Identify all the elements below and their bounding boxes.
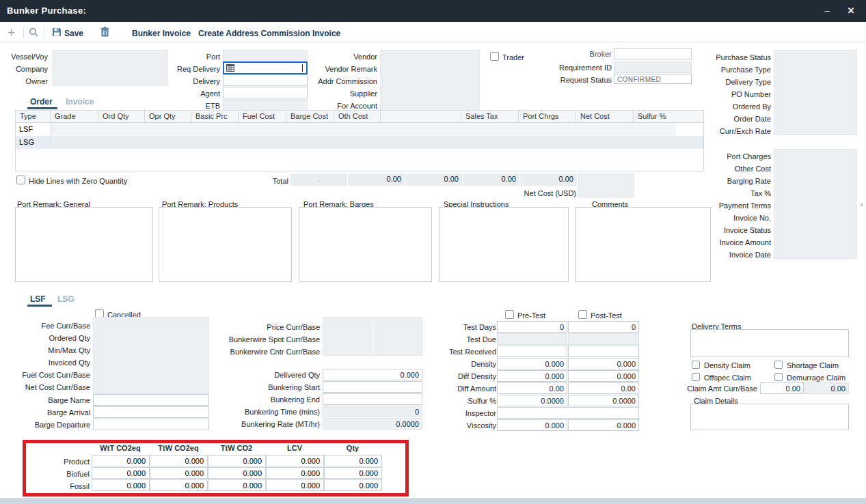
offspec-claim-checkbox[interactable]	[692, 373, 700, 381]
claim-amt-curr-field[interactable]: 0.00	[760, 382, 804, 394]
col-barge-cost[interactable]: Barge Cost	[286, 111, 334, 122]
vendor-group-field	[380, 50, 480, 111]
density-claim-checkbox[interactable]	[692, 361, 700, 369]
sulfur-post-field[interactable]: 0.0000	[568, 395, 639, 406]
sulfur-pre-field[interactable]: 0.0000	[497, 395, 567, 406]
test-days-post-field[interactable]: 0	[568, 321, 639, 333]
delivery-terms-textarea[interactable]	[690, 329, 849, 357]
claim-details-textarea[interactable]	[690, 404, 849, 430]
test-days-pre-field[interactable]: 0	[497, 321, 567, 333]
invoice-amount-label: Invoice Amount	[675, 238, 771, 247]
grid-row-lsg-type[interactable]: LSG	[16, 136, 51, 149]
col-ord-qty[interactable]: Ord Qty	[98, 111, 145, 122]
test-due-pre-field	[497, 333, 567, 345]
co2-product-ttw[interactable]: 0.000	[208, 455, 266, 466]
col-sales-tax[interactable]: Sales Tax	[461, 111, 519, 122]
co2-fossil-qty[interactable]: 0.000	[324, 479, 382, 491]
search-icon[interactable]	[29, 27, 39, 40]
cost-panel-field	[774, 149, 857, 259]
col-net-cost[interactable]: Net Cost	[576, 111, 634, 122]
toolbar-divider	[23, 27, 24, 38]
supplier-label: Supplier	[295, 89, 377, 98]
co2-biofuel-wtt[interactable]: 0.000	[92, 467, 150, 479]
co2-row-fossil-label: Fossil	[35, 481, 90, 491]
test-received-post-field[interactable]	[568, 346, 639, 357]
tab-order[interactable]: Order	[30, 97, 53, 107]
port-remark-general-textarea[interactable]	[15, 207, 153, 282]
net-cost-usd-field	[578, 173, 634, 197]
create-commission-invoice-button[interactable]: Create Address Commission Invoice	[198, 29, 340, 38]
grid-row-lsf-type[interactable]: LSF	[16, 123, 51, 136]
calendar-icon[interactable]	[226, 64, 234, 74]
save-button[interactable]: Save	[64, 29, 83, 38]
viscosity-pre-field[interactable]: 0.000	[497, 419, 567, 431]
test-received-pre-field[interactable]	[497, 346, 567, 357]
trader-checkbox-label: Trader	[502, 53, 524, 62]
req-delivery-label: Req Delivery	[152, 64, 220, 74]
co2-biofuel-ttweq[interactable]: 0.000	[150, 467, 208, 479]
broker-field[interactable]	[614, 48, 692, 59]
tab-lsg[interactable]: LSG	[57, 294, 75, 304]
diff-density-pre-field[interactable]: 0.000	[497, 370, 567, 382]
minimize-button[interactable]: –	[819, 3, 835, 18]
co2-biofuel-ttw[interactable]: 0.000	[208, 467, 266, 479]
diff-density-post-field[interactable]: 0.000	[568, 370, 639, 382]
trash-icon[interactable]	[100, 27, 109, 40]
co2-fossil-lcv[interactable]: 0.000	[266, 479, 324, 491]
close-button[interactable]: ✕	[843, 3, 859, 18]
trader-checkbox[interactable]	[490, 52, 499, 61]
add-icon[interactable]: +	[8, 25, 15, 40]
test-due-post-field	[568, 333, 639, 345]
co2-product-lcv[interactable]: 0.000	[266, 455, 324, 466]
col-basic-prc[interactable]: Basic Prc	[191, 111, 239, 122]
col-type[interactable]: Type	[16, 111, 51, 122]
col-sulfur[interactable]: Sulfur %	[634, 111, 703, 122]
co2-product-wtt[interactable]: 0.000	[92, 455, 150, 466]
diff-amount-pre-field[interactable]: 0.00	[497, 382, 567, 394]
co2-fossil-ttw[interactable]: 0.000	[208, 479, 266, 491]
col-grade[interactable]: Grade	[51, 111, 98, 122]
bunker-invoice-button[interactable]: Bunker Invoice	[132, 29, 191, 38]
co2-product-ttweq[interactable]: 0.000	[150, 455, 208, 466]
purchase-type-label: Purchase Type	[689, 65, 771, 74]
co2-fossil-ttweq[interactable]: 0.000	[150, 479, 208, 491]
grid-row-lsg[interactable]: LSG	[16, 136, 703, 149]
grid-row-lsf[interactable]: LSF	[16, 123, 676, 136]
co2-biofuel-lcv[interactable]: 0.000	[266, 467, 324, 479]
requirement-id-field	[614, 61, 692, 73]
port-charges-label: Port Charges	[675, 152, 771, 161]
port-remark-products-textarea[interactable]	[159, 207, 292, 282]
horizontal-scrollbar[interactable]	[0, 498, 866, 504]
diff-amount-post-field[interactable]: 0.00	[568, 382, 639, 394]
port-remark-barges-textarea[interactable]	[299, 207, 432, 282]
col-opr-qty[interactable]: Opr Qty	[145, 111, 191, 122]
vessel-company-owner-field	[52, 50, 168, 86]
tab-lsf[interactable]: LSF	[30, 294, 46, 304]
co2-row-biofuel-label: Biofuel	[35, 469, 90, 479]
density-pre-field[interactable]: 0.000	[497, 358, 567, 369]
special-instructions-textarea[interactable]	[439, 207, 569, 282]
density-post-field[interactable]: 0.000	[568, 358, 639, 369]
viscosity-post-field[interactable]: 0.000	[568, 419, 639, 431]
co2-fossil-wtt[interactable]: 0.000	[92, 479, 150, 491]
ordered-qty-label: Ordered Qty	[1, 333, 90, 343]
post-test-checkbox[interactable]	[578, 310, 587, 319]
col-blank	[381, 111, 461, 122]
demurrage-claim-checkbox[interactable]	[774, 373, 783, 381]
window-title: Bunker Purchase:	[7, 5, 86, 16]
tab-invoice[interactable]: Invoice	[66, 97, 94, 107]
requirement-id-label: Requirement ID	[530, 63, 612, 72]
col-fuel-cost[interactable]: Fuel Cost	[239, 111, 286, 122]
test-due-label: Test Due	[394, 335, 496, 344]
inspector-field[interactable]	[497, 407, 639, 419]
shortage-claim-checkbox[interactable]	[774, 361, 783, 369]
fuel-cost-curr-base-label: Fuel Cost Curr/Base	[1, 370, 90, 380]
co2-biofuel-qty[interactable]: 0.000	[324, 467, 382, 479]
min-max-qty-label: Min/Max Qty	[1, 346, 90, 355]
co2-product-qty[interactable]: 0.000	[324, 455, 382, 466]
hide-zero-qty-checkbox[interactable]	[16, 176, 25, 184]
save-icon[interactable]	[52, 27, 62, 40]
col-port-chrgs[interactable]: Port Chrgs	[519, 111, 576, 122]
col-oth-cost[interactable]: Oth Cost	[334, 111, 381, 122]
pre-test-checkbox[interactable]	[505, 310, 514, 319]
